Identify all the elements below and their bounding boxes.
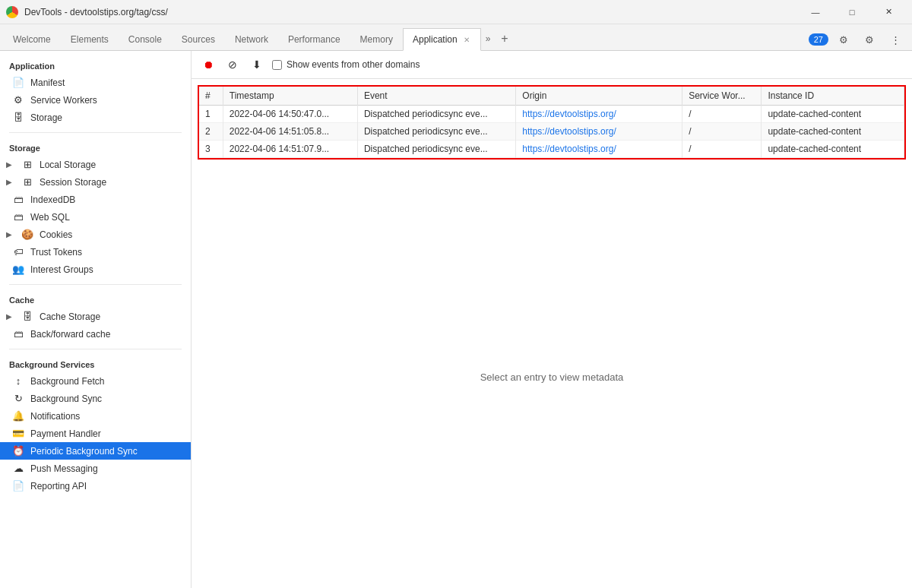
cell-origin: https://devtoolstips.org/ xyxy=(516,141,682,158)
maximize-button[interactable]: □ xyxy=(834,0,869,24)
show-other-domains-checkbox[interactable] xyxy=(272,60,282,70)
cell-num: 3 xyxy=(199,141,223,158)
tab-elements[interactable]: Elements xyxy=(61,27,119,50)
tab-memory[interactable]: Memory xyxy=(350,27,403,50)
tab-network[interactable]: Network xyxy=(225,27,278,50)
col-header-num: # xyxy=(199,87,223,106)
tab-console[interactable]: Console xyxy=(119,27,172,50)
cell-timestamp: 2022-04-06 14:51:05.8... xyxy=(223,123,357,141)
download-button[interactable]: ⬇ xyxy=(248,55,266,74)
close-button[interactable]: ✕ xyxy=(871,0,906,24)
cell-timestamp: 2022-04-06 14:51:07.9... xyxy=(223,141,357,158)
sidebar-item-local-storage[interactable]: ▶ ⊞ Local Storage xyxy=(0,156,191,173)
sidebar-item-push-messaging[interactable]: ☁ Push Messaging xyxy=(0,460,191,477)
cookies-icon: 🍪 xyxy=(21,229,33,240)
sidebar-item-storage[interactable]: 🗄 Storage xyxy=(0,109,191,126)
minimize-button[interactable]: — xyxy=(798,0,833,24)
sidebar-item-session-storage[interactable]: ▶ ⊞ Session Storage xyxy=(0,173,191,191)
table-header-row: # Timestamp Event Origin Service Wor... … xyxy=(199,87,904,106)
metadata-area: Select an entry to view metadata xyxy=(192,166,912,588)
cell-worker: / xyxy=(682,106,762,123)
sidebar-item-websql[interactable]: 🗃 Web SQL xyxy=(0,208,191,226)
col-header-event[interactable]: Event xyxy=(357,87,515,106)
sidebar-divider-1 xyxy=(9,132,182,133)
show-other-domains-label[interactable]: Show events from other domains xyxy=(272,59,420,70)
sidebar-section-application: Application xyxy=(0,57,191,74)
sidebar-item-background-sync[interactable]: ↻ Background Sync xyxy=(0,390,191,407)
background-fetch-icon: ↕ xyxy=(12,375,24,387)
clear-button[interactable]: ⊘ xyxy=(223,55,242,74)
record-button[interactable]: ⏺ xyxy=(199,55,217,74)
tab-application-close[interactable]: ✕ xyxy=(462,34,471,46)
tab-performance[interactable]: Performance xyxy=(278,27,350,50)
websql-icon: 🗃 xyxy=(12,211,24,223)
tab-toolbar-right: 27 ⚙ ⚙ ⋮ xyxy=(809,29,909,50)
storage-icon: 🗄 xyxy=(12,112,24,123)
tab-sources[interactable]: Sources xyxy=(172,27,225,50)
sidebar-item-back-forward-cache[interactable]: 🗃 Back/forward cache xyxy=(0,325,191,343)
payment-handler-icon: 💳 xyxy=(12,428,24,439)
back-forward-cache-icon: 🗃 xyxy=(12,328,24,340)
interest-groups-icon: 👥 xyxy=(12,264,24,275)
tab-application[interactable]: Application ✕ xyxy=(403,28,481,51)
sidebar-divider-2 xyxy=(9,284,182,285)
cell-instance: update-cached-content xyxy=(762,106,904,123)
cell-event: Dispatched periodicsync eve... xyxy=(357,123,515,141)
sidebar-item-trust-tokens[interactable]: 🏷 Trust Tokens xyxy=(0,243,191,261)
sidebar-item-periodic-background-sync[interactable]: ⏰ Periodic Background Sync xyxy=(0,442,191,460)
sidebar-item-interest-groups[interactable]: 👥 Interest Groups xyxy=(0,261,191,278)
sidebar-item-service-workers[interactable]: ⚙ Service Workers xyxy=(0,91,191,109)
cache-storage-arrow: ▶ xyxy=(6,312,15,321)
table-row[interactable]: 2 2022-04-06 14:51:05.8... Dispatched pe… xyxy=(199,123,904,141)
settings-button[interactable]: ⚙ xyxy=(833,29,854,50)
table-row[interactable]: 1 2022-04-06 14:50:47.0... Dispatched pe… xyxy=(199,106,904,123)
tab-new-button[interactable]: + xyxy=(495,27,514,50)
notifications-icon: 🔔 xyxy=(12,410,24,422)
content-area: ⏺ ⊘ ⬇ Show events from other domains # T… xyxy=(192,51,912,588)
sidebar-item-cookies[interactable]: ▶ 🍪 Cookies xyxy=(0,226,191,243)
local-storage-icon: ⊞ xyxy=(21,159,33,170)
more-button[interactable]: ⋮ xyxy=(885,29,906,50)
background-sync-icon: ↻ xyxy=(12,393,24,404)
session-storage-icon: ⊞ xyxy=(21,176,33,188)
sidebar: Application 📄 Manifest ⚙ Service Workers… xyxy=(0,51,192,588)
periodic-bg-sync-icon: ⏰ xyxy=(12,445,24,457)
manifest-icon: 📄 xyxy=(12,77,24,88)
tab-more-button[interactable]: » xyxy=(481,27,496,50)
cell-origin: https://devtoolstips.org/ xyxy=(516,123,682,141)
sidebar-divider-3 xyxy=(9,349,182,349)
sidebar-section-storage: Storage xyxy=(0,139,191,156)
sidebar-item-cache-storage[interactable]: ▶ 🗄 Cache Storage xyxy=(0,308,191,325)
local-storage-arrow: ▶ xyxy=(6,160,15,169)
cookies-arrow: ▶ xyxy=(6,230,15,239)
cache-storage-icon: 🗄 xyxy=(21,311,33,322)
action-toolbar: ⏺ ⊘ ⬇ Show events from other domains xyxy=(192,51,912,79)
title-bar: DevTools - devtoolstips.org/tag/css/ — □… xyxy=(0,0,912,24)
data-table: # Timestamp Event Origin Service Wor... … xyxy=(199,87,904,158)
col-header-worker[interactable]: Service Wor... xyxy=(682,87,762,106)
col-header-instance[interactable]: Instance ID xyxy=(762,87,904,106)
cell-event: Dispatched periodicsync eve... xyxy=(357,106,515,123)
cell-timestamp: 2022-04-06 14:50:47.0... xyxy=(223,106,357,123)
sidebar-item-notifications[interactable]: 🔔 Notifications xyxy=(0,407,191,425)
cell-worker: / xyxy=(682,123,762,141)
sidebar-item-background-fetch[interactable]: ↕ Background Fetch xyxy=(0,372,191,390)
tab-welcome[interactable]: Welcome xyxy=(3,27,61,50)
trust-tokens-icon: 🏷 xyxy=(12,246,24,258)
sidebar-section-background: Background Services xyxy=(0,356,191,372)
window-title: DevTools - devtoolstips.org/tag/css/ xyxy=(24,7,792,17)
col-header-timestamp[interactable]: Timestamp xyxy=(223,87,357,106)
sidebar-item-manifest[interactable]: 📄 Manifest xyxy=(0,74,191,91)
table-row[interactable]: 3 2022-04-06 14:51:07.9... Dispatched pe… xyxy=(199,141,904,158)
sidebar-item-indexeddb[interactable]: 🗃 IndexedDB xyxy=(0,191,191,208)
session-storage-arrow: ▶ xyxy=(6,178,15,186)
cell-num: 2 xyxy=(199,123,223,141)
notification-badge[interactable]: 27 xyxy=(809,33,828,46)
col-header-origin[interactable]: Origin xyxy=(516,87,682,106)
sidebar-item-reporting-api[interactable]: 📄 Reporting API xyxy=(0,477,191,495)
cell-worker: / xyxy=(682,141,762,158)
cell-num: 1 xyxy=(199,106,223,123)
sidebar-item-payment-handler[interactable]: 💳 Payment Handler xyxy=(0,425,191,442)
table-container: # Timestamp Event Origin Service Wor... … xyxy=(198,85,906,160)
customize-button[interactable]: ⚙ xyxy=(859,29,880,50)
